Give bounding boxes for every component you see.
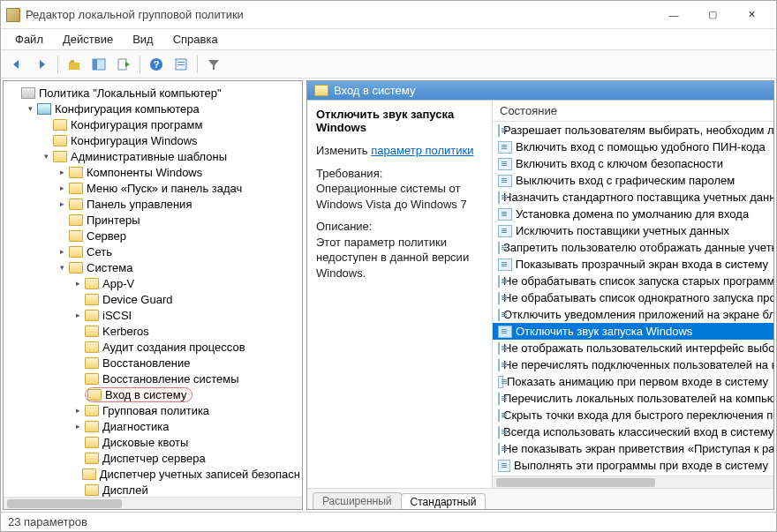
tree-item-label: Меню «Пуск» и панель задач (87, 182, 242, 195)
tree-item[interactable]: ▸Групповая политика (5, 402, 300, 418)
expand-icon[interactable]: ▸ (72, 278, 83, 288)
collapse-icon[interactable]: ▾ (25, 103, 35, 114)
policy-item[interactable]: Не показывать экран приветствия «Приступ… (493, 440, 773, 457)
forward-button[interactable] (31, 54, 52, 75)
policy-item[interactable]: Назначить стандартного поставщика учетны… (493, 189, 773, 206)
policy-item[interactable]: Не обрабатывать список запуска старых пр… (493, 273, 773, 289)
filter-button[interactable] (203, 54, 224, 75)
policy-item-label: Запретить пользователю отображать данные… (503, 241, 773, 254)
policy-item[interactable]: Установка домена по умолчанию для входа (493, 206, 773, 222)
description-heading: Описание: (316, 220, 372, 233)
tree-scroll[interactable]: Политика "Локальный компьютер"▾Конфигура… (4, 81, 302, 497)
tree-item[interactable]: ▸Меню «Пуск» и панель задач (5, 180, 300, 196)
policy-item-label: Не обрабатывать список однократного запу… (503, 291, 773, 304)
folder-icon (85, 437, 99, 448)
folder-icon (85, 373, 99, 385)
policy-item-label: Включить вход с помощью удобного ПИН-код… (516, 140, 766, 154)
policy-item[interactable]: Не перечислять подключенных пользователе… (493, 356, 773, 373)
expander-spacer (72, 453, 83, 463)
tree-item[interactable]: ▸Компоненты Windows (5, 164, 300, 180)
policy-item[interactable]: Выполнять эти программы при входе в сист… (493, 457, 773, 474)
policy-item[interactable]: Показать анимацию при первом входе в сис… (493, 373, 773, 390)
policy-item[interactable]: Показывать прозрачный экран входа в сист… (493, 256, 773, 273)
tree-item[interactable]: Сервер (5, 228, 300, 244)
policy-item-label: Показывать прозрачный экран входа в сист… (516, 258, 768, 271)
tree-item[interactable]: ▸Сеть (5, 244, 300, 259)
policy-item[interactable]: Отключить звук запуска Windows (493, 323, 773, 340)
tree-item[interactable]: ▸Диагностика (5, 418, 300, 434)
show-hide-tree-button[interactable] (88, 54, 109, 75)
help-button[interactable]: ? (146, 54, 167, 75)
policy-item[interactable]: Исключить поставщики учетных данных (493, 222, 773, 239)
policy-item[interactable]: Перечислить локальных пользователей на к… (493, 390, 773, 407)
tree-item[interactable]: Принтеры (5, 212, 300, 228)
tree-item[interactable]: Восстановление (5, 355, 300, 371)
tree-item[interactable]: ▸iSCSI (5, 307, 300, 323)
tree-item[interactable]: Политика "Локальный компьютер" (5, 85, 300, 101)
expand-icon[interactable]: ▸ (57, 167, 67, 177)
policy-list[interactable]: Разрешает пользователям выбирать, необхо… (493, 122, 773, 476)
expander-spacer (72, 389, 83, 400)
tree-item[interactable]: ▸Панель управления (5, 196, 300, 212)
minimize-button[interactable]: — (654, 2, 693, 28)
export-list-button[interactable] (113, 54, 134, 75)
tree-item[interactable]: Восстановление системы (5, 371, 300, 386)
tree-item[interactable]: Конфигурация программ (5, 116, 300, 132)
policy-item[interactable]: Скрыть точки входа для быстрого переключ… (493, 407, 773, 423)
tree-item-label: Kerberos (102, 325, 149, 338)
edit-policy-link[interactable]: параметр политики (371, 144, 473, 157)
tree-item[interactable]: Device Guard (5, 291, 300, 307)
maximize-button[interactable]: ▢ (693, 2, 732, 28)
up-button[interactable] (64, 54, 85, 75)
expand-icon[interactable]: ▸ (72, 421, 83, 431)
policy-item[interactable]: Запретить пользователю отображать данные… (493, 239, 773, 256)
tree-item-label: Панель управления (87, 198, 192, 211)
tree-item[interactable]: ▾Конфигурация компьютера (5, 101, 300, 116)
policy-item-label: Скрыть точки входа для быстрого переключ… (503, 408, 773, 422)
tree-item[interactable]: Дисплей (5, 482, 300, 497)
collapse-icon[interactable]: ▾ (41, 151, 51, 161)
policy-item[interactable]: Отключить уведомления приложений на экра… (493, 306, 773, 323)
policy-hscroll[interactable] (493, 476, 773, 488)
tree-item[interactable]: Kerberos (5, 323, 300, 339)
menu-file[interactable]: Файл (6, 31, 52, 48)
policy-item-label: Выключить вход с графическим паролем (516, 174, 735, 187)
tree-hscroll[interactable] (4, 497, 302, 509)
policy-item[interactable]: Включить вход с помощью удобного ПИН-код… (493, 139, 773, 155)
tree-item[interactable]: Диспетчер учетных записей безопасн (5, 466, 300, 482)
tree-item[interactable]: ▸App-V (5, 275, 300, 291)
policy-item[interactable]: Разрешает пользователям выбирать, необхо… (493, 122, 773, 139)
expander-spacer (72, 294, 83, 304)
policy-item[interactable]: Не отображать пользовательский интерфейс… (493, 340, 773, 356)
menu-help[interactable]: Справка (164, 31, 227, 48)
policy-item[interactable]: Не обрабатывать список однократного запу… (493, 289, 773, 306)
expander-spacer (72, 341, 83, 352)
tree-item[interactable]: Конфигурация Windows (5, 132, 300, 148)
expand-icon[interactable]: ▸ (57, 199, 67, 209)
policy-item[interactable]: Всегда использовать классический вход в … (493, 423, 773, 440)
policy-item[interactable]: Включить вход с ключом безопасности (493, 155, 773, 172)
tree-item[interactable]: Диспетчер сервера (5, 450, 300, 466)
expand-icon[interactable]: ▸ (57, 183, 67, 193)
tree-item[interactable]: Вход в систему (5, 386, 300, 402)
tree-item[interactable]: Дисковые квоты (5, 434, 300, 450)
tree-item[interactable]: ▾Система (5, 259, 300, 275)
tree-item[interactable]: ▾Административные шаблоны (5, 148, 300, 164)
properties-button[interactable] (170, 54, 192, 75)
expand-icon[interactable]: ▸ (72, 310, 83, 320)
expander-spacer (41, 119, 51, 130)
back-button[interactable] (6, 54, 27, 75)
policy-setting-icon (498, 275, 500, 288)
menu-view[interactable]: Вид (124, 31, 162, 48)
tab-extended[interactable]: Расширенный (313, 492, 402, 509)
tab-standard[interactable]: Стандартный (401, 493, 487, 510)
tree-item[interactable]: Аудит создания процессов (5, 339, 300, 355)
expand-icon[interactable]: ▸ (57, 246, 67, 257)
menu-action[interactable]: Действие (54, 31, 122, 48)
policy-item[interactable]: Выключить вход с графическим паролем (493, 172, 773, 189)
close-button[interactable]: ✕ (732, 2, 771, 28)
column-header-state[interactable]: Состояние (493, 101, 773, 122)
expand-icon[interactable]: ▸ (72, 405, 83, 416)
policy-setting-icon (498, 460, 510, 472)
collapse-icon[interactable]: ▾ (57, 262, 67, 273)
